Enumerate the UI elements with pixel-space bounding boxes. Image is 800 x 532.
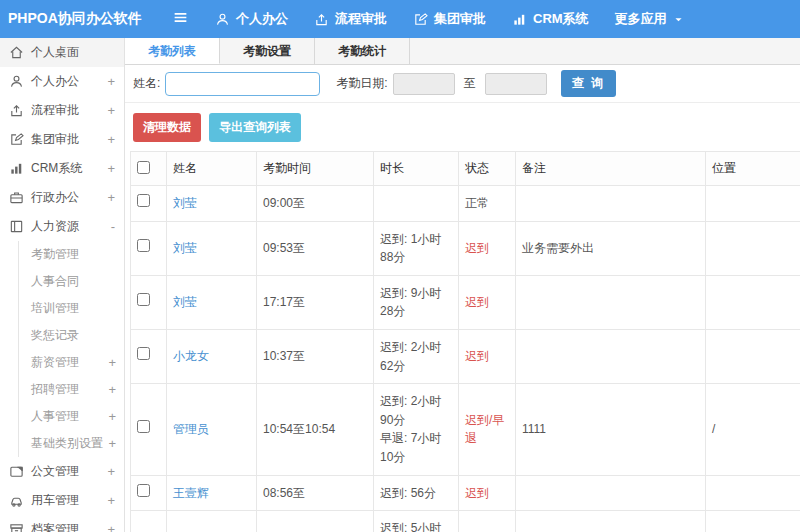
expand-toggle[interactable]: +	[107, 190, 115, 205]
attendance-name-link[interactable]: 王壹辉	[173, 486, 209, 500]
edit-icon	[9, 132, 24, 147]
chart-icon	[9, 161, 24, 176]
expand-toggle[interactable]: +	[107, 522, 115, 532]
nav-item-3[interactable]: CRM系统	[512, 10, 589, 28]
chart-icon	[512, 12, 527, 27]
sidebar-item-6[interactable]: 人力资源-	[0, 212, 124, 241]
duration-cell: 迟到: 1小时88分	[374, 221, 459, 275]
expand-toggle[interactable]: +	[107, 161, 115, 176]
sidebar-subitem-6[interactable]: 人事管理+	[19, 403, 124, 430]
sidebar-subitem-7[interactable]: 基础类别设置+	[19, 430, 124, 457]
expand-toggle[interactable]: +	[107, 464, 115, 479]
row-checkbox[interactable]	[137, 239, 150, 252]
row-checkbox[interactable]	[137, 347, 150, 360]
expand-toggle[interactable]: +	[107, 132, 115, 147]
status-badge: 迟到	[465, 349, 489, 363]
name-cell: 王壹辉	[167, 475, 257, 511]
sidebar-subitem-label: 培训管理	[31, 300, 79, 317]
user-icon	[9, 74, 24, 89]
select-all-checkbox[interactable]	[137, 161, 150, 174]
row-checkbox[interactable]	[137, 420, 150, 433]
sidebar-subitem-1[interactable]: 人事合同	[19, 268, 124, 295]
sidebar-item-2[interactable]: 流程审批+	[0, 96, 124, 125]
remark-cell	[516, 511, 706, 532]
sidebar-subitem-2[interactable]: 培训管理	[19, 295, 124, 322]
location-cell	[706, 275, 800, 329]
status-cell: 迟到	[459, 275, 516, 329]
column-header-3: 状态	[459, 152, 516, 186]
sidebar-item-label: 公文管理	[31, 463, 79, 480]
duration-line: 迟到: 1小时88分	[380, 230, 452, 267]
table-header-row: 姓名考勤时间时长状态备注位置	[131, 152, 800, 186]
name-label: 姓名:	[133, 75, 160, 92]
expand-toggle[interactable]: +	[108, 436, 116, 451]
sidebar-subitem-3[interactable]: 奖惩记录	[19, 322, 124, 349]
sidebar-item-4[interactable]: CRM系统+	[0, 154, 124, 183]
sidebar-subitem-label: 奖惩记录	[31, 327, 79, 344]
status-badge: 迟到	[465, 486, 489, 500]
expand-toggle[interactable]: +	[108, 382, 116, 397]
status-cell: 正常	[459, 186, 516, 222]
date-label: 考勤日期:	[336, 75, 387, 92]
attendance-name-link[interactable]: 管理员	[173, 422, 209, 436]
row-checkbox-cell	[131, 275, 167, 329]
date-to-input[interactable]	[485, 73, 547, 95]
attendance-name-link[interactable]: 小龙女	[173, 349, 209, 363]
sidebar-item-8[interactable]: 用车管理+	[0, 486, 124, 515]
row-checkbox-cell	[131, 475, 167, 511]
clean-data-button[interactable]: 清理数据	[133, 113, 201, 142]
expand-toggle[interactable]: +	[108, 409, 116, 424]
sidebar-subitem-0[interactable]: 考勤管理	[19, 241, 124, 268]
row-checkbox[interactable]	[137, 194, 150, 207]
time-cell: 09:53至	[257, 221, 374, 275]
duration-cell: 迟到: 9小时28分	[374, 275, 459, 329]
nav-item-label: 流程审批	[335, 10, 387, 28]
column-header-5: 位置	[706, 152, 800, 186]
sidebar-item-5[interactable]: 行政办公+	[0, 183, 124, 212]
nav-item-2[interactable]: 集团审批	[413, 10, 486, 28]
duration-line: 迟到: 5小时33分	[380, 519, 452, 532]
sidebar-item-label: 用车管理	[31, 492, 79, 509]
column-header-4: 备注	[516, 152, 706, 186]
sidebar-item-1[interactable]: 个人办公+	[0, 67, 124, 96]
sidebar-subitem-label: 薪资管理	[31, 354, 79, 371]
export-list-button[interactable]: 导出查询列表	[209, 113, 301, 142]
sidebar-subitem-5[interactable]: 招聘管理+	[19, 376, 124, 403]
expand-toggle[interactable]: -	[111, 219, 115, 234]
sidebar-item-9[interactable]: 档案管理+	[0, 515, 124, 532]
sidebar-item-label: 流程审批	[31, 102, 79, 119]
date-from-input[interactable]	[393, 73, 455, 95]
sidebar-item-7[interactable]: 公文管理+	[0, 457, 124, 486]
tab-1[interactable]: 考勤设置	[220, 38, 315, 64]
time-cell: 09:00至	[257, 186, 374, 222]
attendance-name-link[interactable]: 刘莹	[173, 196, 197, 210]
sidebar-subitem-4[interactable]: 薪资管理+	[19, 349, 124, 376]
query-button[interactable]: 查 询	[561, 70, 616, 97]
expand-toggle[interactable]: +	[108, 355, 116, 370]
sidebar-item-label: CRM系统	[31, 160, 82, 177]
archive-icon	[9, 522, 24, 532]
nav-item-1[interactable]: 流程审批	[314, 10, 387, 28]
time-cell: 10:37至	[257, 329, 374, 383]
expand-toggle[interactable]: +	[107, 493, 115, 508]
attendance-name-link[interactable]: 刘莹	[173, 241, 197, 255]
caret-down-icon	[673, 14, 684, 25]
tab-0[interactable]: 考勤列表	[125, 38, 220, 64]
sidebar-item-label: 个人桌面	[31, 44, 79, 61]
status-cell: 迟到/早退	[459, 511, 516, 532]
status-cell: 迟到	[459, 221, 516, 275]
row-checkbox[interactable]	[137, 484, 150, 497]
name-input[interactable]	[165, 72, 320, 96]
nav-item-4[interactable]: 更多应用	[615, 10, 684, 28]
attendance-name-link[interactable]: 刘莹	[173, 295, 197, 309]
sidebar-item-3[interactable]: 集团审批+	[0, 125, 124, 154]
name-cell: 刘莹	[167, 275, 257, 329]
expand-toggle[interactable]: +	[107, 74, 115, 89]
sidebar-item-0[interactable]: 个人桌面	[0, 38, 124, 67]
status-cell: 迟到	[459, 329, 516, 383]
menu-toggle-button[interactable]	[172, 9, 189, 29]
row-checkbox[interactable]	[137, 293, 150, 306]
nav-item-0[interactable]: 个人办公	[215, 10, 288, 28]
expand-toggle[interactable]: +	[107, 103, 115, 118]
tab-2[interactable]: 考勤统计	[315, 38, 410, 64]
